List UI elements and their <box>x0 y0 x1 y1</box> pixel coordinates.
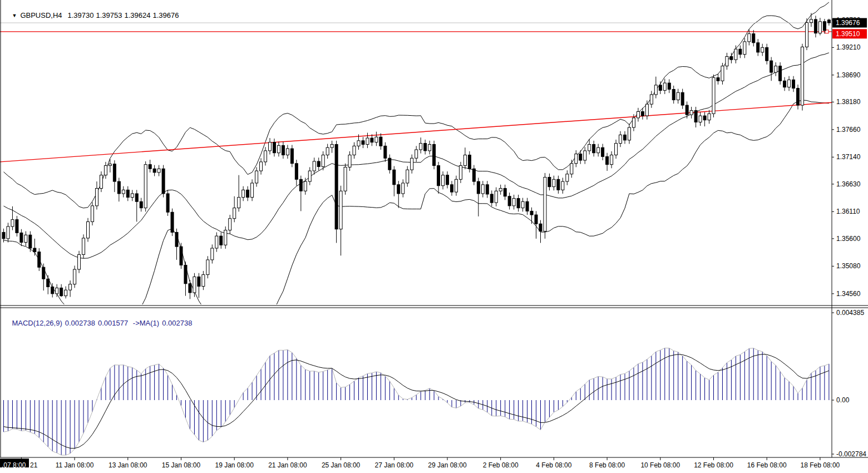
candle-body <box>24 235 27 242</box>
candle-body <box>175 232 178 247</box>
candle-body <box>703 116 706 120</box>
candle-body <box>450 185 453 192</box>
low-value: 1.39624 <box>125 11 151 19</box>
candle-body <box>730 57 733 60</box>
time-axis-label-remnant: 21 <box>30 461 38 469</box>
candle-body <box>770 61 773 72</box>
candle-body <box>184 265 187 283</box>
time-axis-label: 10 Feb 08:00 <box>640 461 680 469</box>
candle-body <box>521 201 524 208</box>
macd-main-value: 0.002738 <box>65 319 95 327</box>
candle-body <box>255 171 258 183</box>
candle-body <box>29 235 32 248</box>
price-axis-label: 1.37140 <box>836 153 861 161</box>
candle-body <box>362 141 364 145</box>
candle-body <box>455 179 457 192</box>
candle-body <box>593 144 595 152</box>
price-axis-label: 1.37660 <box>836 126 861 134</box>
macd-ma-value: 0.002738 <box>162 319 192 327</box>
candle-body <box>561 181 564 190</box>
candle-body <box>446 175 449 185</box>
candle-body <box>530 211 533 215</box>
candle-body <box>508 196 511 206</box>
candle-body <box>122 190 125 194</box>
candle-body <box>206 260 209 275</box>
candle-body <box>597 147 600 153</box>
candle-body <box>113 164 116 181</box>
time-axis-label: 25 Jan 08:00 <box>322 461 361 469</box>
candle-body <box>761 47 764 52</box>
candle-body <box>406 170 409 183</box>
chart-canvas[interactable]: 1.397301.392101.386901.381801.376601.371… <box>0 0 868 473</box>
candle-body <box>33 248 36 252</box>
candle-body <box>584 151 586 160</box>
candle-body <box>792 80 795 88</box>
candle-body <box>668 83 670 89</box>
candle-body <box>504 188 506 196</box>
time-axis-label: 18 Feb 08:00 <box>801 461 840 469</box>
candle-body <box>193 277 196 293</box>
candle-body <box>317 161 320 167</box>
price-axis-label: 1.34560 <box>836 290 861 298</box>
candle-body <box>384 146 387 158</box>
close-value: 1.39676 <box>153 11 179 19</box>
time-axis-label: 27 Jan 08:00 <box>375 461 414 469</box>
candle-body <box>468 155 471 169</box>
candle-body <box>499 188 502 191</box>
candle-body <box>654 85 657 95</box>
candle-body <box>463 155 466 166</box>
candle-body <box>126 190 129 197</box>
candle-body <box>512 199 515 206</box>
candle-body <box>69 284 72 290</box>
candle-body <box>659 85 662 91</box>
symbol-dropdown-icon[interactable]: ▼ <box>12 13 17 18</box>
candle-body <box>677 92 679 100</box>
candle-body <box>624 135 627 140</box>
candle-body <box>144 165 147 208</box>
candle-body <box>637 111 639 117</box>
candle-body <box>783 81 786 87</box>
candle-body <box>708 114 711 120</box>
candle-body <box>517 199 520 208</box>
time-axis-label: 19 Jan 08:00 <box>215 461 254 469</box>
candle-body <box>153 169 156 173</box>
candle-body <box>290 149 293 164</box>
candle-body <box>42 267 45 279</box>
candle-body <box>645 104 648 116</box>
price-axis-label: 1.35080 <box>836 262 861 270</box>
candle-body <box>229 219 231 230</box>
candle-body <box>566 174 569 181</box>
time-axis-label: 2 Feb 08:00 <box>483 461 519 469</box>
candle-body <box>95 188 98 205</box>
candle-body <box>437 166 440 186</box>
candle-body <box>60 288 63 295</box>
candle-body <box>11 220 14 226</box>
candle-body <box>588 144 591 150</box>
candle-body <box>100 175 102 189</box>
candle-body <box>308 171 311 181</box>
candle-body <box>38 252 41 268</box>
candle-body <box>180 247 183 265</box>
candle-body <box>495 191 497 203</box>
price-axis-label: 1.38690 <box>836 71 861 79</box>
level-price-tag-text: 1.39510 <box>836 30 860 38</box>
candle-body <box>415 150 418 158</box>
candle-body <box>246 190 249 197</box>
candle-body <box>814 19 817 33</box>
candle-body <box>87 221 90 238</box>
candle-body <box>805 23 808 47</box>
candle-body <box>570 164 573 174</box>
candle-body <box>282 145 284 155</box>
candle-body <box>299 179 302 191</box>
candle-body <box>78 254 81 269</box>
candle-body <box>650 95 653 104</box>
candle-body <box>171 212 174 232</box>
macd-name-label: MACD(12,26,9) <box>12 319 62 327</box>
candle-body <box>544 177 546 231</box>
candle-body <box>557 179 560 190</box>
candle-body <box>752 34 755 43</box>
candle-body <box>757 43 760 52</box>
candle-body <box>548 177 551 186</box>
candle-body <box>775 66 777 72</box>
candle-body <box>539 224 542 231</box>
